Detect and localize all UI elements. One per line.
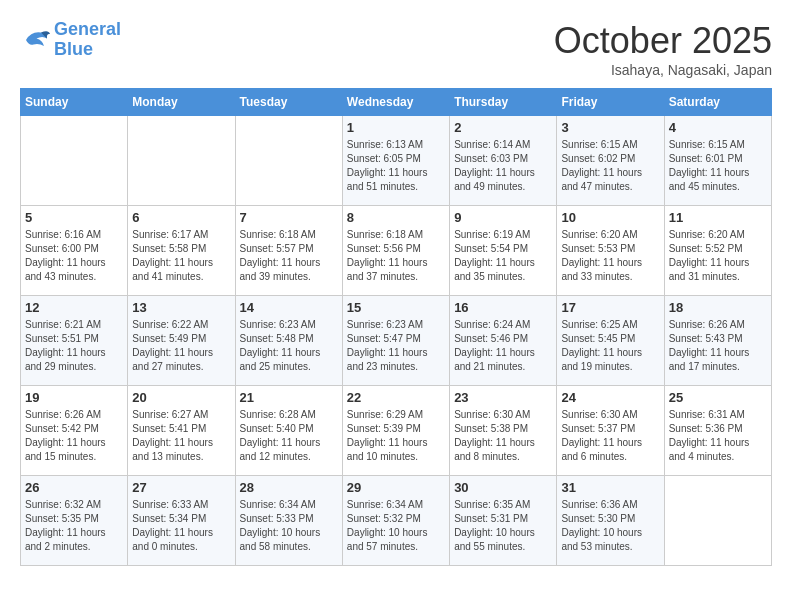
calendar-cell: 7Sunrise: 6:18 AM Sunset: 5:57 PM Daylig… <box>235 206 342 296</box>
calendar-cell: 25Sunrise: 6:31 AM Sunset: 5:36 PM Dayli… <box>664 386 771 476</box>
day-info: Sunrise: 6:18 AM Sunset: 5:57 PM Dayligh… <box>240 228 338 284</box>
day-number: 19 <box>25 390 123 405</box>
day-number: 22 <box>347 390 445 405</box>
day-info: Sunrise: 6:17 AM Sunset: 5:58 PM Dayligh… <box>132 228 230 284</box>
day-info: Sunrise: 6:13 AM Sunset: 6:05 PM Dayligh… <box>347 138 445 194</box>
weekday-header-monday: Monday <box>128 89 235 116</box>
day-number: 26 <box>25 480 123 495</box>
day-number: 21 <box>240 390 338 405</box>
day-info: Sunrise: 6:21 AM Sunset: 5:51 PM Dayligh… <box>25 318 123 374</box>
logo-line2: Blue <box>54 39 93 59</box>
calendar-cell: 20Sunrise: 6:27 AM Sunset: 5:41 PM Dayli… <box>128 386 235 476</box>
day-info: Sunrise: 6:27 AM Sunset: 5:41 PM Dayligh… <box>132 408 230 464</box>
day-info: Sunrise: 6:24 AM Sunset: 5:46 PM Dayligh… <box>454 318 552 374</box>
day-info: Sunrise: 6:33 AM Sunset: 5:34 PM Dayligh… <box>132 498 230 554</box>
calendar-cell: 21Sunrise: 6:28 AM Sunset: 5:40 PM Dayli… <box>235 386 342 476</box>
day-info: Sunrise: 6:15 AM Sunset: 6:01 PM Dayligh… <box>669 138 767 194</box>
calendar-cell: 6Sunrise: 6:17 AM Sunset: 5:58 PM Daylig… <box>128 206 235 296</box>
calendar-cell: 26Sunrise: 6:32 AM Sunset: 5:35 PM Dayli… <box>21 476 128 566</box>
day-number: 31 <box>561 480 659 495</box>
calendar-cell: 17Sunrise: 6:25 AM Sunset: 5:45 PM Dayli… <box>557 296 664 386</box>
day-info: Sunrise: 6:36 AM Sunset: 5:30 PM Dayligh… <box>561 498 659 554</box>
day-number: 27 <box>132 480 230 495</box>
calendar-week-row: 5Sunrise: 6:16 AM Sunset: 6:00 PM Daylig… <box>21 206 772 296</box>
day-number: 7 <box>240 210 338 225</box>
day-number: 6 <box>132 210 230 225</box>
day-number: 5 <box>25 210 123 225</box>
day-info: Sunrise: 6:26 AM Sunset: 5:43 PM Dayligh… <box>669 318 767 374</box>
calendar-cell: 8Sunrise: 6:18 AM Sunset: 5:56 PM Daylig… <box>342 206 449 296</box>
calendar-cell: 27Sunrise: 6:33 AM Sunset: 5:34 PM Dayli… <box>128 476 235 566</box>
logo-text: General Blue <box>54 20 121 60</box>
day-info: Sunrise: 6:28 AM Sunset: 5:40 PM Dayligh… <box>240 408 338 464</box>
day-info: Sunrise: 6:16 AM Sunset: 6:00 PM Dayligh… <box>25 228 123 284</box>
day-info: Sunrise: 6:26 AM Sunset: 5:42 PM Dayligh… <box>25 408 123 464</box>
weekday-header-sunday: Sunday <box>21 89 128 116</box>
day-number: 20 <box>132 390 230 405</box>
day-info: Sunrise: 6:15 AM Sunset: 6:02 PM Dayligh… <box>561 138 659 194</box>
day-number: 2 <box>454 120 552 135</box>
day-info: Sunrise: 6:34 AM Sunset: 5:33 PM Dayligh… <box>240 498 338 554</box>
calendar-cell: 5Sunrise: 6:16 AM Sunset: 6:00 PM Daylig… <box>21 206 128 296</box>
calendar-cell: 30Sunrise: 6:35 AM Sunset: 5:31 PM Dayli… <box>450 476 557 566</box>
calendar-cell: 10Sunrise: 6:20 AM Sunset: 5:53 PM Dayli… <box>557 206 664 296</box>
calendar-cell: 18Sunrise: 6:26 AM Sunset: 5:43 PM Dayli… <box>664 296 771 386</box>
location: Isahaya, Nagasaki, Japan <box>554 62 772 78</box>
calendar-cell: 24Sunrise: 6:30 AM Sunset: 5:37 PM Dayli… <box>557 386 664 476</box>
day-info: Sunrise: 6:23 AM Sunset: 5:48 PM Dayligh… <box>240 318 338 374</box>
calendar-cell: 1Sunrise: 6:13 AM Sunset: 6:05 PM Daylig… <box>342 116 449 206</box>
day-number: 24 <box>561 390 659 405</box>
calendar-cell: 11Sunrise: 6:20 AM Sunset: 5:52 PM Dayli… <box>664 206 771 296</box>
day-info: Sunrise: 6:32 AM Sunset: 5:35 PM Dayligh… <box>25 498 123 554</box>
day-number: 28 <box>240 480 338 495</box>
day-number: 16 <box>454 300 552 315</box>
month-title: October 2025 <box>554 20 772 62</box>
calendar-cell: 28Sunrise: 6:34 AM Sunset: 5:33 PM Dayli… <box>235 476 342 566</box>
weekday-header-friday: Friday <box>557 89 664 116</box>
calendar-cell: 29Sunrise: 6:34 AM Sunset: 5:32 PM Dayli… <box>342 476 449 566</box>
day-number: 14 <box>240 300 338 315</box>
day-info: Sunrise: 6:22 AM Sunset: 5:49 PM Dayligh… <box>132 318 230 374</box>
calendar-week-row: 1Sunrise: 6:13 AM Sunset: 6:05 PM Daylig… <box>21 116 772 206</box>
calendar-cell: 9Sunrise: 6:19 AM Sunset: 5:54 PM Daylig… <box>450 206 557 296</box>
calendar-cell: 3Sunrise: 6:15 AM Sunset: 6:02 PM Daylig… <box>557 116 664 206</box>
calendar-cell: 13Sunrise: 6:22 AM Sunset: 5:49 PM Dayli… <box>128 296 235 386</box>
day-info: Sunrise: 6:18 AM Sunset: 5:56 PM Dayligh… <box>347 228 445 284</box>
day-number: 12 <box>25 300 123 315</box>
weekday-header-thursday: Thursday <box>450 89 557 116</box>
day-number: 10 <box>561 210 659 225</box>
calendar-table: SundayMondayTuesdayWednesdayThursdayFrid… <box>20 88 772 566</box>
weekday-header-saturday: Saturday <box>664 89 771 116</box>
day-number: 9 <box>454 210 552 225</box>
calendar-week-row: 26Sunrise: 6:32 AM Sunset: 5:35 PM Dayli… <box>21 476 772 566</box>
calendar-cell: 16Sunrise: 6:24 AM Sunset: 5:46 PM Dayli… <box>450 296 557 386</box>
day-info: Sunrise: 6:20 AM Sunset: 5:53 PM Dayligh… <box>561 228 659 284</box>
day-number: 18 <box>669 300 767 315</box>
logo-line1: General <box>54 19 121 39</box>
calendar-cell <box>664 476 771 566</box>
day-info: Sunrise: 6:35 AM Sunset: 5:31 PM Dayligh… <box>454 498 552 554</box>
logo-icon <box>20 25 50 55</box>
logo: General Blue <box>20 20 121 60</box>
day-info: Sunrise: 6:19 AM Sunset: 5:54 PM Dayligh… <box>454 228 552 284</box>
day-info: Sunrise: 6:30 AM Sunset: 5:37 PM Dayligh… <box>561 408 659 464</box>
day-info: Sunrise: 6:20 AM Sunset: 5:52 PM Dayligh… <box>669 228 767 284</box>
page-header: General Blue October 2025 Isahaya, Nagas… <box>20 20 772 78</box>
calendar-cell: 14Sunrise: 6:23 AM Sunset: 5:48 PM Dayli… <box>235 296 342 386</box>
day-number: 1 <box>347 120 445 135</box>
day-info: Sunrise: 6:25 AM Sunset: 5:45 PM Dayligh… <box>561 318 659 374</box>
day-number: 17 <box>561 300 659 315</box>
calendar-cell: 19Sunrise: 6:26 AM Sunset: 5:42 PM Dayli… <box>21 386 128 476</box>
calendar-cell: 31Sunrise: 6:36 AM Sunset: 5:30 PM Dayli… <box>557 476 664 566</box>
day-number: 13 <box>132 300 230 315</box>
calendar-cell <box>235 116 342 206</box>
calendar-week-row: 12Sunrise: 6:21 AM Sunset: 5:51 PM Dayli… <box>21 296 772 386</box>
calendar-cell: 2Sunrise: 6:14 AM Sunset: 6:03 PM Daylig… <box>450 116 557 206</box>
day-number: 15 <box>347 300 445 315</box>
calendar-cell: 4Sunrise: 6:15 AM Sunset: 6:01 PM Daylig… <box>664 116 771 206</box>
day-number: 11 <box>669 210 767 225</box>
calendar-cell <box>128 116 235 206</box>
day-info: Sunrise: 6:23 AM Sunset: 5:47 PM Dayligh… <box>347 318 445 374</box>
calendar-header-row: SundayMondayTuesdayWednesdayThursdayFrid… <box>21 89 772 116</box>
day-info: Sunrise: 6:14 AM Sunset: 6:03 PM Dayligh… <box>454 138 552 194</box>
